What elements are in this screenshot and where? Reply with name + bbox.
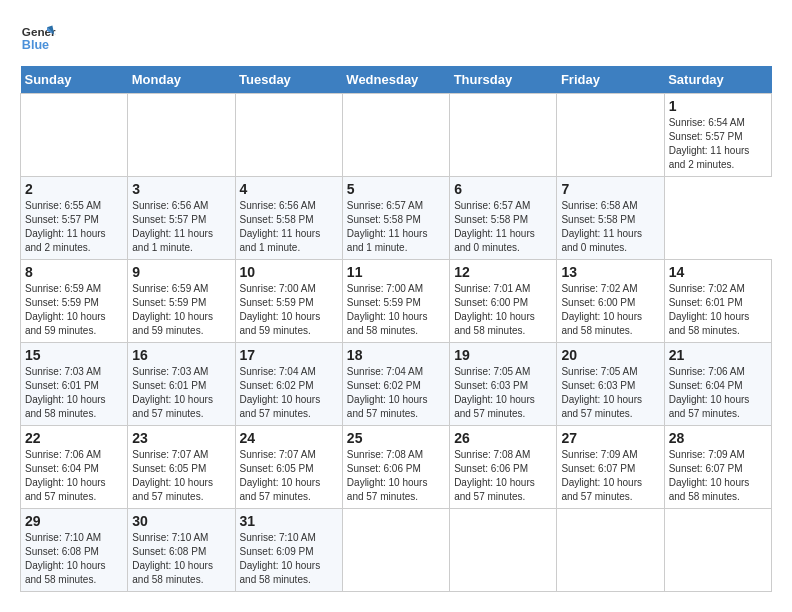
column-header-friday: Friday: [557, 66, 664, 94]
calendar-day-cell: 3Sunrise: 6:56 AMSunset: 5:57 PMDaylight…: [128, 177, 235, 260]
calendar-day-cell: 15Sunrise: 7:03 AMSunset: 6:01 PMDayligh…: [21, 343, 128, 426]
day-number: 17: [240, 347, 338, 363]
calendar-day-cell: 24Sunrise: 7:07 AMSunset: 6:05 PMDayligh…: [235, 426, 342, 509]
calendar-day-cell: 17Sunrise: 7:04 AMSunset: 6:02 PMDayligh…: [235, 343, 342, 426]
calendar-day-cell: 19Sunrise: 7:05 AMSunset: 6:03 PMDayligh…: [450, 343, 557, 426]
column-header-sunday: Sunday: [21, 66, 128, 94]
day-info: Sunrise: 7:08 AMSunset: 6:06 PMDaylight:…: [454, 448, 552, 504]
day-number: 12: [454, 264, 552, 280]
calendar-day-cell: 1Sunrise: 6:54 AMSunset: 5:57 PMDaylight…: [664, 94, 771, 177]
day-info: Sunrise: 7:00 AMSunset: 5:59 PMDaylight:…: [347, 282, 445, 338]
calendar-day-cell: 7Sunrise: 6:58 AMSunset: 5:58 PMDaylight…: [557, 177, 664, 260]
svg-text:Blue: Blue: [22, 38, 49, 52]
calendar-day-cell: 31Sunrise: 7:10 AMSunset: 6:09 PMDayligh…: [235, 509, 342, 592]
page-header: General Blue: [20, 20, 772, 56]
day-info: Sunrise: 7:07 AMSunset: 6:05 PMDaylight:…: [240, 448, 338, 504]
calendar-day-cell: 22Sunrise: 7:06 AMSunset: 6:04 PMDayligh…: [21, 426, 128, 509]
calendar-day-cell: 12Sunrise: 7:01 AMSunset: 6:00 PMDayligh…: [450, 260, 557, 343]
day-number: 23: [132, 430, 230, 446]
empty-cell: [342, 94, 449, 177]
calendar-day-cell: 26Sunrise: 7:08 AMSunset: 6:06 PMDayligh…: [450, 426, 557, 509]
column-header-wednesday: Wednesday: [342, 66, 449, 94]
calendar-day-cell: 30Sunrise: 7:10 AMSunset: 6:08 PMDayligh…: [128, 509, 235, 592]
day-number: 20: [561, 347, 659, 363]
calendar-day-cell: [450, 509, 557, 592]
day-number: 15: [25, 347, 123, 363]
calendar-day-cell: 20Sunrise: 7:05 AMSunset: 6:03 PMDayligh…: [557, 343, 664, 426]
day-info: Sunrise: 6:57 AMSunset: 5:58 PMDaylight:…: [454, 199, 552, 255]
day-number: 8: [25, 264, 123, 280]
calendar-week-row: 2Sunrise: 6:55 AMSunset: 5:57 PMDaylight…: [21, 177, 772, 260]
day-info: Sunrise: 6:56 AMSunset: 5:58 PMDaylight:…: [240, 199, 338, 255]
empty-cell: [128, 94, 235, 177]
day-number: 11: [347, 264, 445, 280]
day-number: 9: [132, 264, 230, 280]
day-info: Sunrise: 7:10 AMSunset: 6:08 PMDaylight:…: [25, 531, 123, 587]
day-info: Sunrise: 7:05 AMSunset: 6:03 PMDaylight:…: [454, 365, 552, 421]
day-info: Sunrise: 7:04 AMSunset: 6:02 PMDaylight:…: [347, 365, 445, 421]
calendar-day-cell: 18Sunrise: 7:04 AMSunset: 6:02 PMDayligh…: [342, 343, 449, 426]
day-info: Sunrise: 7:09 AMSunset: 6:07 PMDaylight:…: [669, 448, 767, 504]
empty-cell: [21, 94, 128, 177]
calendar-week-row: 15Sunrise: 7:03 AMSunset: 6:01 PMDayligh…: [21, 343, 772, 426]
day-number: 1: [669, 98, 767, 114]
column-header-monday: Monday: [128, 66, 235, 94]
calendar-day-cell: 27Sunrise: 7:09 AMSunset: 6:07 PMDayligh…: [557, 426, 664, 509]
calendar-day-cell: 5Sunrise: 6:57 AMSunset: 5:58 PMDaylight…: [342, 177, 449, 260]
calendar-day-cell: 14Sunrise: 7:02 AMSunset: 6:01 PMDayligh…: [664, 260, 771, 343]
empty-cell: [557, 94, 664, 177]
calendar-day-cell: 28Sunrise: 7:09 AMSunset: 6:07 PMDayligh…: [664, 426, 771, 509]
calendar-day-cell: 8Sunrise: 6:59 AMSunset: 5:59 PMDaylight…: [21, 260, 128, 343]
day-info: Sunrise: 7:01 AMSunset: 6:00 PMDaylight:…: [454, 282, 552, 338]
day-info: Sunrise: 7:08 AMSunset: 6:06 PMDaylight:…: [347, 448, 445, 504]
day-number: 31: [240, 513, 338, 529]
day-info: Sunrise: 7:05 AMSunset: 6:03 PMDaylight:…: [561, 365, 659, 421]
day-info: Sunrise: 7:06 AMSunset: 6:04 PMDaylight:…: [669, 365, 767, 421]
column-header-tuesday: Tuesday: [235, 66, 342, 94]
calendar-day-cell: [664, 509, 771, 592]
day-number: 27: [561, 430, 659, 446]
day-number: 3: [132, 181, 230, 197]
day-number: 5: [347, 181, 445, 197]
logo-icon: General Blue: [20, 20, 56, 56]
day-number: 2: [25, 181, 123, 197]
calendar-day-cell: 9Sunrise: 6:59 AMSunset: 5:59 PMDaylight…: [128, 260, 235, 343]
calendar-day-cell: 13Sunrise: 7:02 AMSunset: 6:00 PMDayligh…: [557, 260, 664, 343]
day-number: 28: [669, 430, 767, 446]
calendar-header-row: SundayMondayTuesdayWednesdayThursdayFrid…: [21, 66, 772, 94]
day-info: Sunrise: 6:59 AMSunset: 5:59 PMDaylight:…: [25, 282, 123, 338]
calendar-day-cell: 29Sunrise: 7:10 AMSunset: 6:08 PMDayligh…: [21, 509, 128, 592]
calendar-day-cell: 6Sunrise: 6:57 AMSunset: 5:58 PMDaylight…: [450, 177, 557, 260]
day-number: 10: [240, 264, 338, 280]
day-info: Sunrise: 7:07 AMSunset: 6:05 PMDaylight:…: [132, 448, 230, 504]
day-number: 18: [347, 347, 445, 363]
column-header-thursday: Thursday: [450, 66, 557, 94]
calendar-week-row: 29Sunrise: 7:10 AMSunset: 6:08 PMDayligh…: [21, 509, 772, 592]
day-info: Sunrise: 6:56 AMSunset: 5:57 PMDaylight:…: [132, 199, 230, 255]
day-number: 19: [454, 347, 552, 363]
day-info: Sunrise: 6:55 AMSunset: 5:57 PMDaylight:…: [25, 199, 123, 255]
day-number: 21: [669, 347, 767, 363]
day-info: Sunrise: 7:10 AMSunset: 6:09 PMDaylight:…: [240, 531, 338, 587]
calendar-day-cell: 21Sunrise: 7:06 AMSunset: 6:04 PMDayligh…: [664, 343, 771, 426]
day-number: 14: [669, 264, 767, 280]
day-number: 7: [561, 181, 659, 197]
day-info: Sunrise: 6:57 AMSunset: 5:58 PMDaylight:…: [347, 199, 445, 255]
day-number: 25: [347, 430, 445, 446]
logo: General Blue: [20, 20, 56, 56]
day-number: 22: [25, 430, 123, 446]
day-info: Sunrise: 7:04 AMSunset: 6:02 PMDaylight:…: [240, 365, 338, 421]
day-info: Sunrise: 7:09 AMSunset: 6:07 PMDaylight:…: [561, 448, 659, 504]
day-info: Sunrise: 7:10 AMSunset: 6:08 PMDaylight:…: [132, 531, 230, 587]
day-info: Sunrise: 6:58 AMSunset: 5:58 PMDaylight:…: [561, 199, 659, 255]
day-number: 13: [561, 264, 659, 280]
day-info: Sunrise: 7:03 AMSunset: 6:01 PMDaylight:…: [132, 365, 230, 421]
day-number: 4: [240, 181, 338, 197]
calendar-day-cell: 16Sunrise: 7:03 AMSunset: 6:01 PMDayligh…: [128, 343, 235, 426]
calendar-day-cell: 2Sunrise: 6:55 AMSunset: 5:57 PMDaylight…: [21, 177, 128, 260]
day-info: Sunrise: 6:59 AMSunset: 5:59 PMDaylight:…: [132, 282, 230, 338]
day-number: 30: [132, 513, 230, 529]
calendar-day-cell: [342, 509, 449, 592]
day-number: 26: [454, 430, 552, 446]
day-number: 6: [454, 181, 552, 197]
